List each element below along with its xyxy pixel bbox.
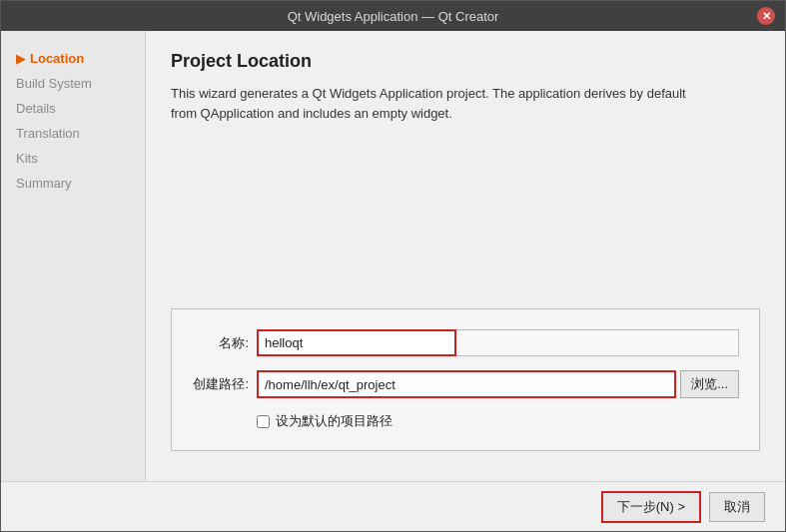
path-input[interactable] (257, 370, 676, 398)
default-path-checkbox[interactable] (257, 415, 270, 428)
sidebar-item-location[interactable]: ▶ Location (1, 46, 145, 71)
name-input[interactable] (257, 329, 456, 356)
footer: 下一步(N) > 取消 (1, 481, 785, 531)
path-row: 创建路径: 浏览... (192, 370, 739, 398)
page-title: Project Location (171, 51, 760, 72)
name-label: 名称: (192, 334, 257, 352)
sidebar-label-kits: Kits (16, 151, 38, 166)
sidebar-label-details: Details (16, 101, 56, 116)
main-window: Qt Widgets Application — Qt Creator ✕ ▶ … (0, 0, 786, 532)
sidebar-item-kits[interactable]: Kits (1, 146, 145, 171)
name-extra-input[interactable] (456, 329, 739, 356)
main-content: Project Location This wizard generates a… (146, 31, 785, 481)
close-button[interactable]: ✕ (757, 7, 775, 25)
next-button[interactable]: 下一步(N) > (601, 491, 701, 523)
sidebar-label-location: Location (30, 51, 84, 66)
sidebar-item-translation[interactable]: Translation (1, 121, 145, 146)
active-arrow-icon: ▶ (16, 52, 25, 66)
sidebar-label-translation: Translation (16, 126, 80, 141)
content-area: ▶ Location Build System Details Translat… (1, 31, 785, 481)
browse-button[interactable]: 浏览... (680, 370, 739, 398)
sidebar-item-details[interactable]: Details (1, 96, 145, 121)
titlebar: Qt Widgets Application — Qt Creator ✕ (1, 1, 785, 31)
path-label: 创建路径: (192, 375, 257, 393)
cancel-button[interactable]: 取消 (709, 492, 765, 522)
checkbox-row: 设为默认的项目路径 (192, 412, 739, 430)
sidebar-label-build-system: Build System (16, 76, 92, 91)
sidebar-item-build-system[interactable]: Build System (1, 71, 145, 96)
sidebar-label-summary: Summary (16, 176, 72, 191)
checkbox-label: 设为默认的项目路径 (276, 412, 393, 430)
name-input-wrapper (257, 329, 739, 356)
page-description: This wizard generates a Qt Widgets Appli… (171, 84, 690, 123)
path-input-wrapper: 浏览... (257, 370, 739, 398)
sidebar-item-summary[interactable]: Summary (1, 171, 145, 196)
name-row: 名称: (192, 329, 739, 356)
form-area: 名称: 创建路径: 浏览... 设为 (171, 308, 760, 451)
sidebar: ▶ Location Build System Details Translat… (1, 31, 146, 481)
window-title: Qt Widgets Application — Qt Creator (29, 9, 757, 24)
